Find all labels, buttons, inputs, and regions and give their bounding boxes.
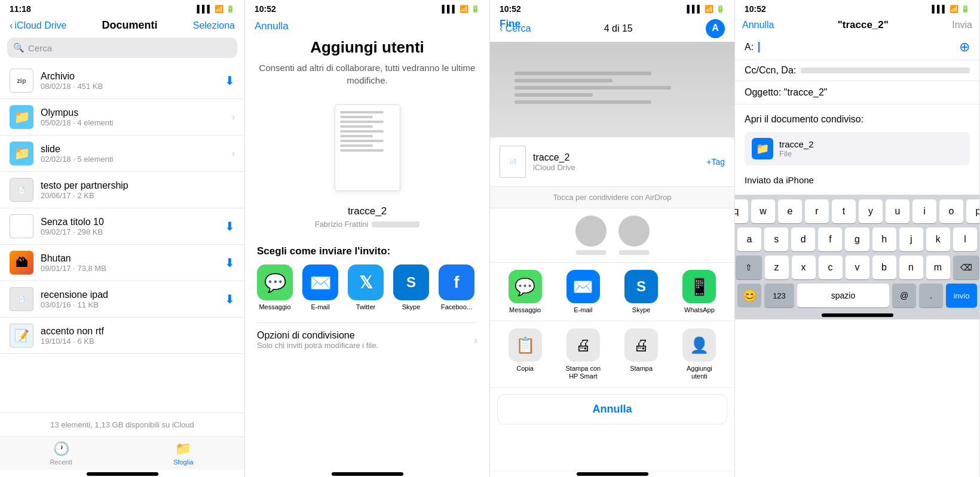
tab-recenti[interactable]: 🕐 Recenti <box>0 437 122 470</box>
cancel-button-3[interactable]: Annulla <box>497 394 727 424</box>
list-item[interactable]: 📁 Olympus 05/02/18 · 4 elementi › <box>0 99 244 136</box>
app-email[interactable]: ✉️ E-mail <box>302 264 338 310</box>
status-icons-2: ▌▌▌ 📶 🔋 <box>442 5 480 13</box>
download-icon[interactable]: ⬇ <box>225 73 235 88</box>
s3-whatsapp-icon: 📱 <box>682 270 716 303</box>
key-f[interactable]: f <box>818 227 842 251</box>
airdrop-person-2[interactable] <box>618 216 650 255</box>
s3-action-copia[interactable]: 📋 Copia <box>504 328 546 380</box>
kb-row-3: ⇧ z x c v b n m ⌫ <box>737 256 977 279</box>
key-l[interactable]: l <box>953 227 977 251</box>
key-p[interactable]: p <box>966 199 980 223</box>
key-o[interactable]: o <box>939 199 963 223</box>
subject-row[interactable]: Oggetto: "tracce_2" <box>735 81 979 104</box>
cancel-button-2[interactable]: Annulla <box>255 20 289 32</box>
list-item[interactable]: 📝 accento non rtf 19/10/14 · 6 KB <box>0 318 244 354</box>
select-button[interactable]: Seleziona <box>193 20 235 31</box>
key-v[interactable]: v <box>846 256 869 279</box>
list-item[interactable]: 📁 slide 02/02/18 · 5 elementi › <box>0 136 244 172</box>
send-key[interactable]: invio <box>946 284 977 307</box>
key-k[interactable]: k <box>926 227 950 251</box>
s3-app-messaggio[interactable]: 💬 Messaggio <box>509 270 542 313</box>
status-bar-4: 10:52 ▌▌▌ 📶 🔋 <box>735 0 979 17</box>
download-icon[interactable]: ⬇ <box>225 219 235 233</box>
email-body[interactable]: Apri il documento condiviso: 📁 tracce_2 … <box>735 104 979 195</box>
doc-name-2: tracce_2 <box>348 205 387 217</box>
status-icons-4: ▌▌▌ 📶 🔋 <box>932 5 970 13</box>
key-w[interactable]: w <box>751 199 775 223</box>
options-sub: Solo chi inviti potrà modificare i file. <box>257 341 378 350</box>
doc-line <box>514 93 593 97</box>
at-key[interactable]: @ <box>892 284 916 307</box>
s3-action-stampa-hp[interactable]: 🖨 Stampa con HP Smart <box>562 328 604 380</box>
download-icon[interactable]: ⬇ <box>225 256 235 270</box>
key-c[interactable]: c <box>819 256 843 279</box>
dot-key[interactable]: . <box>919 284 943 307</box>
key-s[interactable]: s <box>764 227 788 251</box>
battery-icon: 🔋 <box>471 5 480 13</box>
app-messaggio[interactable]: 💬 Messaggio <box>257 264 293 310</box>
open-doc-label: Apri il documento condiviso: <box>745 114 970 125</box>
screen-4: 10:52 ▌▌▌ 📶 🔋 Annulla "tracce_2" Invia A… <box>735 0 980 477</box>
back-icloud-button[interactable]: ‹ iCloud Drive <box>10 20 66 31</box>
key-j[interactable]: j <box>899 227 923 251</box>
key-z[interactable]: z <box>765 256 789 279</box>
share-sheet: 📄 tracce_2 iCloud Drive +Tag Tocca per c… <box>490 137 734 470</box>
key-q[interactable]: q <box>735 199 748 223</box>
list-item[interactable]: zip Archivio 08/02/18 · 451 KB ⬇ <box>0 63 244 99</box>
emoji-key[interactable]: 😊 <box>737 284 761 307</box>
s3-action-aggiungi[interactable]: 👤 Aggiungi utenti <box>678 328 720 380</box>
app-facebook[interactable]: f Faceboo... <box>439 264 474 310</box>
key-y[interactable]: y <box>859 199 883 223</box>
space-key[interactable]: spazio <box>797 284 889 307</box>
download-icon[interactable]: ⬇ <box>225 292 235 306</box>
key-n[interactable]: n <box>899 256 923 279</box>
list-item[interactable]: 🏔 Bhutan 09/01/17 · 73,8 MB ⬇ <box>0 245 244 281</box>
key-a[interactable]: a <box>737 227 761 251</box>
app-skype[interactable]: S Skype <box>393 264 429 310</box>
key-h[interactable]: h <box>872 227 896 251</box>
s3-app-whatsapp[interactable]: 📱 WhatsApp <box>682 270 716 313</box>
list-item[interactable]: Senza titolo 10 09/02/17 · 298 KB ⬇ <box>0 208 244 245</box>
file-info: accento non rtf 19/10/14 · 6 KB <box>41 326 235 346</box>
shift-key[interactable]: ⇧ <box>736 256 762 279</box>
add-contact-icon[interactable]: ⊕ <box>959 39 970 55</box>
cancel-button-4[interactable]: Annulla <box>742 20 774 30</box>
key-d[interactable]: d <box>791 227 815 251</box>
key-m[interactable]: m <box>926 256 950 279</box>
file-list-1: zip Archivio 08/02/18 · 451 KB ⬇ 📁 Olymp… <box>0 63 244 413</box>
search-bar-1[interactable]: 🔍 Cerca <box>7 38 237 58</box>
num-key[interactable]: 123 <box>764 284 794 307</box>
key-b[interactable]: b <box>872 256 896 279</box>
doc-line <box>514 100 651 104</box>
done-button[interactable]: Fine <box>500 18 520 30</box>
app-label-facebook: Faceboo... <box>441 303 472 310</box>
airdrop-person-1[interactable] <box>575 216 607 255</box>
key-i[interactable]: i <box>912 199 936 223</box>
s3-app-label-skype: Skype <box>632 306 651 313</box>
tag-button[interactable]: +Tag <box>706 157 725 167</box>
key-g[interactable]: g <box>845 227 869 251</box>
doc-preview-2 <box>335 104 400 191</box>
key-t[interactable]: t <box>832 199 856 223</box>
print-hp-icon: 🖨 <box>566 328 600 362</box>
s3-apps-row: 💬 Messaggio ✉️ E-mail S Skype 📱 WhatsApp <box>490 263 734 321</box>
list-item[interactable]: 📄 recensione ipad 03/01/16 · 11 KB ⬇ <box>0 281 244 318</box>
s3-app-skype[interactable]: S Skype <box>624 270 658 313</box>
s3-app-email[interactable]: ✉️ E-mail <box>566 270 600 313</box>
tab-sfoglia[interactable]: 📁 Sfoglia <box>122 437 245 470</box>
s3-action-stampa[interactable]: 🖨 Stampa <box>620 328 662 380</box>
app-twitter[interactable]: 𝕏 Twitter <box>348 264 384 310</box>
to-input[interactable] <box>758 42 954 53</box>
delete-key[interactable]: ⌫ <box>953 256 979 279</box>
key-u[interactable]: u <box>886 199 909 223</box>
owner-blur <box>372 221 419 227</box>
send-button[interactable]: Invia <box>952 20 972 30</box>
key-r[interactable]: r <box>805 199 829 223</box>
to-row: A: ⊕ <box>735 35 979 60</box>
key-x[interactable]: x <box>792 256 816 279</box>
keyboard: q w e r t y u i o p a s d f g h j k l ⇧ … <box>735 195 979 319</box>
key-e[interactable]: e <box>778 199 802 223</box>
list-item[interactable]: 📄 testo per partnership 20/06/17 · 2 KB <box>0 172 244 208</box>
s2-options-row[interactable]: Opzioni di condivisione Solo chi inviti … <box>257 322 477 357</box>
